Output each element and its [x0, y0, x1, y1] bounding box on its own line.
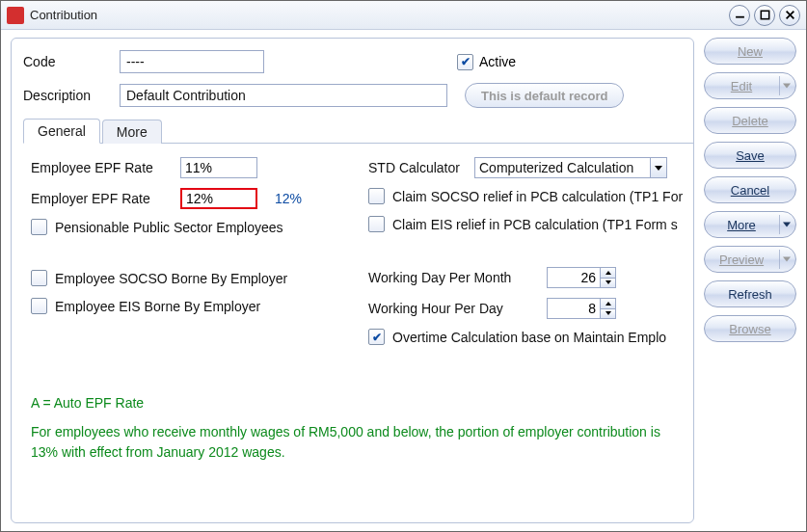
std-calculator-select[interactable]: Computerized Calculation: [474, 157, 667, 178]
refresh-button[interactable]: Refresh: [704, 280, 796, 307]
save-button[interactable]: Save: [704, 142, 796, 169]
socso-borne-checkbox[interactable]: [31, 270, 47, 286]
chevron-down-icon: [783, 84, 791, 89]
claim-eis-checkbox[interactable]: [368, 216, 385, 232]
close-icon: [785, 10, 795, 20]
new-button[interactable]: New: [704, 38, 796, 65]
minimize-icon: [735, 10, 745, 20]
active-checkbox[interactable]: [457, 54, 473, 70]
maximize-button[interactable]: [754, 5, 775, 26]
spinner-down-icon[interactable]: [601, 279, 615, 288]
working-day-per-month-spinner[interactable]: [547, 267, 616, 288]
notes: A = Auto EPF Rate For employees who rece…: [31, 393, 693, 462]
contribution-window: Contribution Code Active: [0, 0, 807, 532]
window-controls: [725, 5, 800, 26]
minimize-button[interactable]: [729, 5, 750, 26]
overtime-calc-checkbox[interactable]: [368, 329, 385, 345]
app-icon: [7, 7, 24, 24]
side-panel: New Edit Delete Save Cancel More Preview…: [700, 30, 806, 531]
std-calculator-label: STD Calculator: [368, 160, 474, 175]
pensionable-checkbox[interactable]: [31, 219, 47, 235]
std-calculator-value: Computerized Calculation: [479, 160, 633, 175]
more-button[interactable]: More: [704, 211, 796, 238]
tab-more[interactable]: More: [102, 120, 162, 144]
working-hour-per-day-spinner[interactable]: [547, 298, 616, 319]
working-hour-per-day-label: Working Hour Per Day: [368, 301, 547, 316]
edit-button[interactable]: Edit: [704, 72, 796, 99]
claim-socso-label: Claim SOCSO relief in PCB calculation (T…: [392, 189, 683, 204]
note-auto-epf: A = Auto EPF Rate: [31, 393, 676, 412]
chevron-down-icon: [650, 158, 666, 177]
employee-epf-rate-input[interactable]: [180, 157, 257, 178]
chevron-down-icon: [783, 223, 791, 227]
employer-epf-rate-hint: 12%: [275, 191, 302, 206]
working-day-per-month-input[interactable]: [548, 268, 600, 287]
code-input[interactable]: [120, 50, 264, 73]
code-label: Code: [23, 54, 120, 69]
employer-epf-rate-input[interactable]: [180, 188, 257, 209]
description-label: Description: [23, 88, 120, 103]
working-hour-per-day-input[interactable]: [548, 299, 600, 318]
spinner-up-icon[interactable]: [601, 268, 615, 279]
tab-general-body: Employee EPF Rate Employer EPF Rate 12% …: [23, 144, 693, 462]
browse-button[interactable]: Browse: [704, 315, 796, 342]
employee-epf-rate-label: Employee EPF Rate: [31, 160, 180, 175]
cancel-button[interactable]: Cancel: [704, 176, 796, 203]
spinner-up-icon[interactable]: [601, 299, 615, 309]
note-employer-contribution: For employees who receive monthly wages …: [31, 422, 676, 462]
svg-rect-1: [761, 11, 768, 18]
pensionable-label: Pensionable Public Sector Employees: [55, 220, 283, 235]
tab-general[interactable]: General: [23, 119, 100, 144]
delete-button[interactable]: Delete: [704, 107, 796, 134]
eis-borne-label: Employee EIS Borne By Employer: [55, 299, 260, 314]
chevron-down-icon: [783, 257, 791, 262]
tab-bar: General More: [23, 118, 693, 144]
eis-borne-checkbox[interactable]: [31, 298, 47, 314]
active-label: Active: [479, 54, 516, 69]
employer-epf-rate-label: Employer EPF Rate: [31, 191, 180, 206]
default-record-badge: This is default record: [465, 83, 624, 108]
description-input[interactable]: [120, 84, 447, 107]
claim-eis-label: Claim EIS relief in PCB calculation (TP1…: [392, 217, 678, 232]
maximize-icon: [760, 10, 770, 20]
titlebar: Contribution: [1, 1, 806, 30]
window-title: Contribution: [30, 8, 97, 22]
preview-button[interactable]: Preview: [704, 246, 796, 273]
spinner-down-icon[interactable]: [601, 309, 615, 319]
close-button[interactable]: [779, 5, 800, 26]
claim-socso-checkbox[interactable]: [368, 188, 385, 204]
overtime-calc-label: Overtime Calculation base on Maintain Em…: [392, 330, 666, 345]
main-panel: Code Active Description This is default …: [11, 38, 694, 523]
working-day-per-month-label: Working Day Per Month: [368, 270, 547, 285]
socso-borne-label: Employee SOCSO Borne By Employer: [55, 271, 287, 286]
